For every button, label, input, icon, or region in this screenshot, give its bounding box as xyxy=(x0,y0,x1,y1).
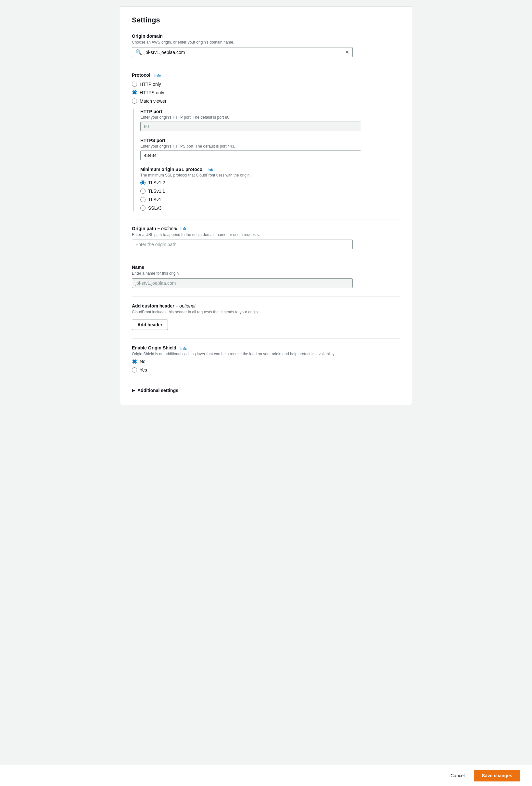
origin-shield-yes[interactable]: Yes xyxy=(132,367,400,372)
min-ssl-hint: The minimum SSL protocol that CloudFront… xyxy=(140,173,400,178)
http-port-label: HTTP port xyxy=(140,109,400,114)
custom-header-label-text: Add custom header xyxy=(132,303,174,308)
protocol-info-link[interactable]: Info xyxy=(154,73,162,78)
origin-shield-hint: Origin Shield is an additional caching l… xyxy=(132,352,400,356)
save-button[interactable]: Save changes xyxy=(474,770,520,782)
protocol-match-viewer-label: Match viewer xyxy=(140,98,166,104)
origin-path-hint: Enter a URL path to append to the origin… xyxy=(132,232,400,237)
protocol-https-only-label: HTTPS only xyxy=(140,90,164,95)
ssl-tlsv1[interactable]: TLSv1 xyxy=(140,197,400,202)
ssl-tlsv12[interactable]: TLSv1.2 xyxy=(140,180,400,185)
custom-header-section: Add custom header – optional CloudFront … xyxy=(132,303,400,330)
min-ssl-section: Minimum origin SSL protocol Info The min… xyxy=(140,167,400,211)
ssl-tlsv12-radio[interactable] xyxy=(140,180,145,185)
additional-settings-toggle[interactable]: ▶ Additional settings xyxy=(132,388,400,393)
ssl-tlsv1-label: TLSv1 xyxy=(148,197,161,202)
origin-path-label-text: Origin path xyxy=(132,226,156,231)
protocol-section: Protocol Info HTTP only HTTPS only Match… xyxy=(132,72,400,211)
origin-shield-no-label: No xyxy=(140,359,145,364)
clear-icon[interactable]: ✕ xyxy=(345,49,349,55)
page-title: Settings xyxy=(132,16,400,24)
origin-path-label: Origin path – optional Info xyxy=(132,226,400,231)
origin-path-optional: optional xyxy=(161,226,177,231)
origin-shield-yes-radio[interactable] xyxy=(132,367,137,372)
protocol-https-only[interactable]: HTTPS only xyxy=(132,90,400,95)
name-input xyxy=(132,278,353,288)
protocol-indented-block: HTTP port Enter your origin's HTTP port.… xyxy=(133,109,400,211)
custom-header-dash: – xyxy=(176,303,179,308)
additional-settings-label: Additional settings xyxy=(137,388,178,393)
origin-domain-hint: Choose an AWS origin, or enter your orig… xyxy=(132,40,400,45)
custom-header-optional: optional xyxy=(179,303,195,308)
triangle-icon: ▶ xyxy=(132,388,135,393)
ssl-sslv3-label: SSLv3 xyxy=(148,205,162,211)
footer-bar: Cancel Save changes xyxy=(0,765,532,786)
divider-3 xyxy=(132,258,400,258)
divider-2 xyxy=(132,219,400,219)
min-ssl-info-link[interactable]: Info xyxy=(208,167,215,172)
ssl-tlsv11[interactable]: TLSv1.1 xyxy=(140,188,400,194)
origin-domain-search-wrapper: 🔍 ✕ xyxy=(132,47,353,57)
origin-shield-no[interactable]: No xyxy=(132,359,400,364)
custom-header-hint: CloudFront includes this header in all r… xyxy=(132,310,400,314)
http-port-input xyxy=(140,121,361,131)
origin-shield-section: Enable Origin Shield Info Origin Shield … xyxy=(132,345,400,372)
origin-domain-label: Origin domain xyxy=(132,33,400,39)
http-port-section: HTTP port Enter your origin's HTTP port.… xyxy=(140,109,400,131)
origin-domain-input[interactable] xyxy=(145,50,342,55)
origin-shield-yes-label: Yes xyxy=(140,367,147,372)
origin-path-info-link[interactable]: Info xyxy=(180,226,187,231)
min-ssl-radio-group: TLSv1.2 TLSv1.1 TLSv1 SSLv3 xyxy=(140,180,400,211)
add-header-button[interactable]: Add header xyxy=(132,320,168,330)
https-port-hint: Enter your origin's HTTPS port. The defa… xyxy=(140,144,400,148)
origin-shield-radio-group: No Yes xyxy=(132,359,400,372)
origin-path-input[interactable] xyxy=(132,239,353,249)
ssl-sslv3[interactable]: SSLv3 xyxy=(140,205,400,211)
name-label: Name xyxy=(132,264,400,270)
origin-shield-no-radio[interactable] xyxy=(132,359,137,364)
https-port-label: HTTPS port xyxy=(140,138,400,143)
divider-1 xyxy=(132,66,400,66)
ssl-tlsv11-radio[interactable] xyxy=(140,188,145,194)
divider-4 xyxy=(132,297,400,297)
protocol-match-viewer[interactable]: Match viewer xyxy=(132,98,400,104)
divider-6 xyxy=(132,381,400,381)
origin-path-dash: – xyxy=(158,226,162,231)
https-port-input[interactable] xyxy=(140,151,361,160)
protocol-http-only[interactable]: HTTP only xyxy=(132,82,400,87)
search-icon: 🔍 xyxy=(136,49,142,55)
protocol-label: Protocol xyxy=(132,72,150,78)
ssl-tlsv1-radio[interactable] xyxy=(140,197,145,202)
custom-header-label: Add custom header – optional xyxy=(132,303,400,308)
min-ssl-label: Minimum origin SSL protocol xyxy=(140,167,204,172)
https-port-section: HTTPS port Enter your origin's HTTPS por… xyxy=(140,138,400,160)
cancel-button[interactable]: Cancel xyxy=(445,770,470,781)
http-port-hint: Enter your origin's HTTP port. The defau… xyxy=(140,115,400,120)
origin-shield-info-link[interactable]: Info xyxy=(180,346,187,351)
protocol-radio-group: HTTP only HTTPS only Match viewer xyxy=(132,82,400,104)
name-hint: Enter a name for this origin. xyxy=(132,271,400,276)
name-section: Name Enter a name for this origin. xyxy=(132,264,400,288)
origin-shield-label: Enable Origin Shield xyxy=(132,345,176,350)
ssl-tlsv11-label: TLSv1.1 xyxy=(148,188,165,194)
protocol-http-only-label: HTTP only xyxy=(140,82,161,87)
ssl-sslv3-radio[interactable] xyxy=(140,205,145,211)
origin-path-section: Origin path – optional Info Enter a URL … xyxy=(132,226,400,249)
ssl-tlsv12-label: TLSv1.2 xyxy=(148,180,165,185)
protocol-https-only-radio[interactable] xyxy=(132,90,137,95)
origin-domain-section: Origin domain Choose an AWS origin, or e… xyxy=(132,33,400,57)
protocol-http-only-radio[interactable] xyxy=(132,82,137,87)
protocol-match-viewer-radio[interactable] xyxy=(132,98,137,104)
